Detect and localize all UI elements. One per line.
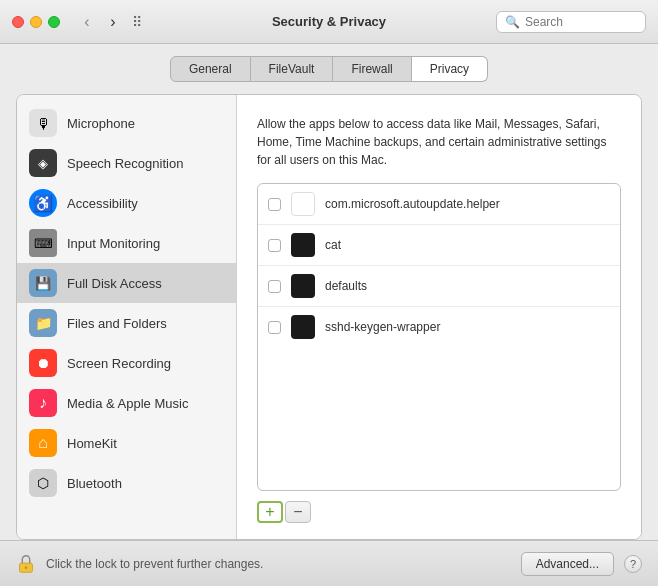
screen-recording-icon: ⏺ [29,349,57,377]
speech-recognition-icon: ◈ [29,149,57,177]
app-list: com.microsoft.autoupdate.helper cat defa… [257,183,621,491]
lock-icon [16,552,36,576]
sidebar-label-homekit: HomeKit [67,436,117,451]
app-icon-cat [291,233,315,257]
list-item: com.microsoft.autoupdate.helper [258,184,620,225]
accessibility-icon: ♿ [29,189,57,217]
search-input[interactable] [525,15,637,29]
footer: Click the lock to prevent further change… [0,540,658,586]
svg-point-1 [25,566,28,569]
list-item: cat [258,225,620,266]
window-title: Security & Privacy [272,14,386,29]
full-disk-access-icon: 💾 [29,269,57,297]
traffic-lights [12,16,60,28]
lock-icon-wrap[interactable] [16,552,36,576]
sidebar-label-microphone: Microphone [67,116,135,131]
sidebar-item-screen-recording[interactable]: ⏺ Screen Recording [17,343,236,383]
microphone-icon: 🎙 [29,109,57,137]
sidebar-item-input-monitoring[interactable]: ⌨ Input Monitoring [17,223,236,263]
files-folders-icon: 📁 [29,309,57,337]
list-item: defaults [258,266,620,307]
tab-privacy[interactable]: Privacy [412,56,488,82]
search-icon: 🔍 [505,15,520,29]
app-name-sshd: sshd-keygen-wrapper [325,320,440,334]
advanced-button[interactable]: Advanced... [521,552,614,576]
sidebar-item-homekit[interactable]: ⌂ HomeKit [17,423,236,463]
app-checkbox-sshd[interactable] [268,321,281,334]
sidebar-label-accessibility: Accessibility [67,196,138,211]
tab-firewall[interactable]: Firewall [333,56,411,82]
main-panel: Allow the apps below to access data like… [237,95,641,539]
remove-app-button[interactable]: − [285,501,311,523]
sidebar-label-fulldisk: Full Disk Access [67,276,162,291]
sidebar-item-files-folders[interactable]: 📁 Files and Folders [17,303,236,343]
app-icon-defaults [291,274,315,298]
app-checkbox-defaults[interactable] [268,280,281,293]
footer-lock-text: Click the lock to prevent further change… [46,557,511,571]
tab-filevault[interactable]: FileVault [251,56,334,82]
minimize-button[interactable] [30,16,42,28]
sidebar-label-screen: Screen Recording [67,356,171,371]
window-content: General FileVault Firewall Privacy 🎙 Mic… [0,44,658,540]
help-button[interactable]: ? [624,555,642,573]
sidebar-item-media-music[interactable]: ♪ Media & Apple Music [17,383,236,423]
titlebar: ‹ › ⠿ Security & Privacy 🔍 [0,0,658,44]
forward-button[interactable]: › [102,11,124,33]
bluetooth-icon: ⬡ [29,469,57,497]
sidebar-label-bluetooth: Bluetooth [67,476,122,491]
media-music-icon: ♪ [29,389,57,417]
search-box[interactable]: 🔍 [496,11,646,33]
list-item: sshd-keygen-wrapper [258,307,620,347]
nav-buttons: ‹ › [76,11,124,33]
tab-general[interactable]: General [170,56,251,82]
app-name-cat: cat [325,238,341,252]
app-icon-autoupdate [291,192,315,216]
sidebar-label-music: Media & Apple Music [67,396,188,411]
description-text: Allow the apps below to access data like… [257,115,621,169]
add-app-button[interactable]: + [257,501,283,523]
back-button[interactable]: ‹ [76,11,98,33]
sidebar-item-accessibility[interactable]: ♿ Accessibility [17,183,236,223]
sidebar-label-files: Files and Folders [67,316,167,331]
homekit-icon: ⌂ [29,429,57,457]
app-name-defaults: defaults [325,279,367,293]
close-button[interactable] [12,16,24,28]
app-name-autoupdate: com.microsoft.autoupdate.helper [325,197,500,211]
input-monitoring-icon: ⌨ [29,229,57,257]
sidebar-item-microphone[interactable]: 🎙 Microphone [17,103,236,143]
sidebar-item-speech-recognition[interactable]: ◈ Speech Recognition [17,143,236,183]
sidebar: 🎙 Microphone ◈ Speech Recognition ♿ Acce… [17,95,237,539]
grid-icon[interactable]: ⠿ [132,14,142,30]
maximize-button[interactable] [48,16,60,28]
tabs: General FileVault Firewall Privacy [16,56,642,82]
sidebar-item-bluetooth[interactable]: ⬡ Bluetooth [17,463,236,503]
content-pane: 🎙 Microphone ◈ Speech Recognition ♿ Acce… [16,94,642,540]
app-checkbox-cat[interactable] [268,239,281,252]
sidebar-label-speech: Speech Recognition [67,156,183,171]
bottom-controls: + − [257,501,621,523]
app-icon-sshd [291,315,315,339]
app-checkbox-autoupdate[interactable] [268,198,281,211]
sidebar-label-input: Input Monitoring [67,236,160,251]
sidebar-item-full-disk-access[interactable]: 💾 Full Disk Access [17,263,236,303]
